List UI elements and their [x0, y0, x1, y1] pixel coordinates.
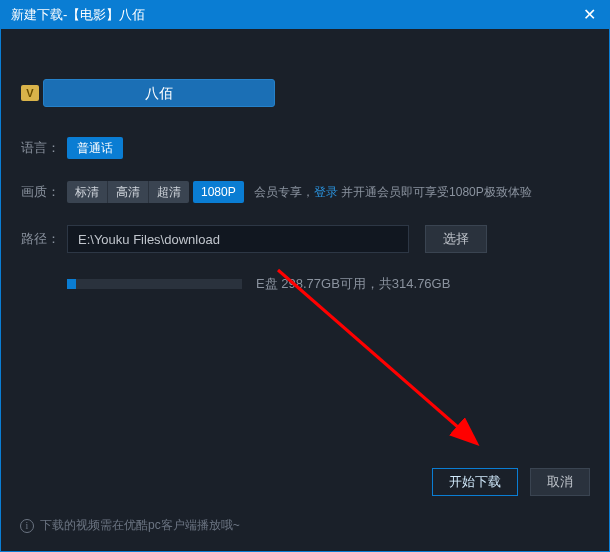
svg-line-1 [278, 270, 475, 442]
quality-options: 标清 高清 超清 [67, 181, 189, 203]
disk-usage-bar [67, 279, 242, 289]
footer-note: i 下载的视频需在优酷pc客户端播放哦~ [20, 517, 240, 534]
path-label: 路径： [21, 230, 67, 248]
footer-buttons: 开始下载 取消 [432, 468, 590, 496]
content-area: V 八佰 语言： 普通话 画质： 标清 高清 超清 1080P 会员专享，登录 … [1, 29, 609, 293]
window-title: 新建下载-【电影】八佰 [11, 6, 145, 24]
language-row: 语言： 普通话 [21, 137, 589, 159]
quality-option-uhd[interactable]: 超清 [149, 181, 189, 203]
info-icon: i [20, 519, 34, 533]
start-download-button[interactable]: 开始下载 [432, 468, 518, 496]
disk-usage-text: E盘 298.77GB可用，共314.76GB [256, 275, 450, 293]
quality-option-1080p[interactable]: 1080P [193, 181, 244, 203]
quality-option-sd[interactable]: 标清 [67, 181, 108, 203]
path-input[interactable] [67, 225, 409, 253]
vip-suffix: 并开通会员即可享受1080P极致体验 [338, 185, 532, 199]
path-row: 路径： 选择 [21, 225, 589, 253]
disk-usage-fill [67, 279, 76, 289]
login-link[interactable]: 登录 [314, 185, 338, 199]
footer-note-text: 下载的视频需在优酷pc客户端播放哦~ [40, 517, 240, 534]
vip-badge-icon: V [21, 85, 39, 101]
movie-title-row: V 八佰 [21, 79, 589, 107]
titlebar: 新建下载-【电影】八佰 ✕ [1, 1, 609, 29]
cancel-button[interactable]: 取消 [530, 468, 590, 496]
close-icon[interactable]: ✕ [579, 7, 599, 23]
vip-prefix: 会员专享， [254, 185, 314, 199]
choose-path-button[interactable]: 选择 [425, 225, 487, 253]
language-label: 语言： [21, 139, 67, 157]
language-tag[interactable]: 普通话 [67, 137, 123, 159]
quality-label: 画质： [21, 183, 67, 201]
disk-row: E盘 298.77GB可用，共314.76GB [21, 275, 589, 293]
vip-hint: 会员专享，登录 并开通会员即可享受1080P极致体验 [254, 184, 532, 201]
quality-option-hd[interactable]: 高清 [108, 181, 149, 203]
movie-title-pill[interactable]: 八佰 [43, 79, 275, 107]
quality-row: 画质： 标清 高清 超清 1080P 会员专享，登录 并开通会员即可享受1080… [21, 181, 589, 203]
